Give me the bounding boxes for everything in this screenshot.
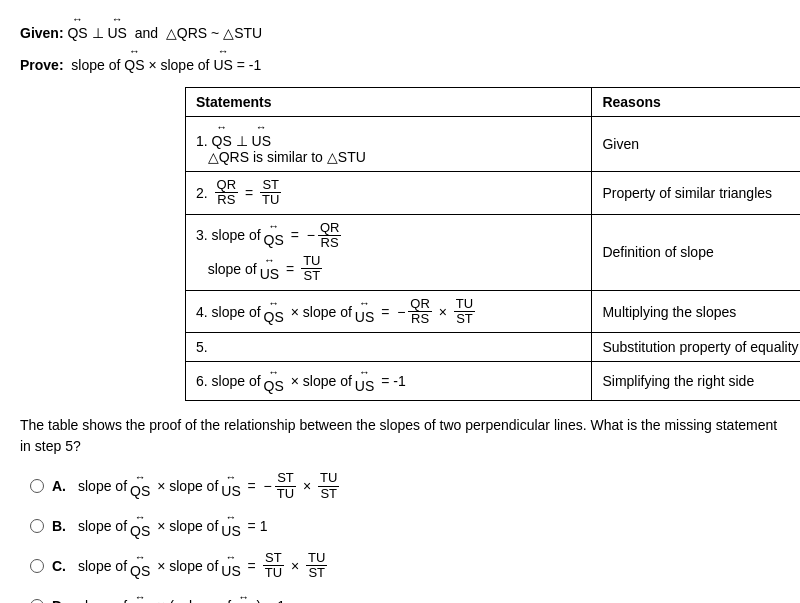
- option-d-content: slope of QS × (−slope of US) = 1: [78, 593, 285, 603]
- radio-b[interactable]: [30, 519, 44, 533]
- question-text: The table shows the proof of the relatio…: [20, 415, 780, 457]
- option-b-content: slope of QS × slope of US = 1: [78, 513, 267, 539]
- option-d-label: D.: [52, 598, 70, 603]
- stmt-5: 5.: [186, 333, 592, 362]
- option-a-row: A. slope of QS × slope of US = −STTU × T…: [30, 471, 780, 501]
- option-a-content: slope of QS × slope of US = −STTU × TUST: [78, 471, 339, 501]
- table-row: 2. QRRS = STTU Property of similar trian…: [186, 172, 801, 215]
- option-d-row: D. slope of QS × (−slope of US) = 1: [30, 593, 780, 603]
- reason-4: Multiplying the slopes: [592, 290, 800, 333]
- stmt-2: 2. QRRS = STTU: [186, 172, 592, 215]
- given-qs: QS ⊥ US: [67, 25, 130, 41]
- option-b-row: B. slope of QS × slope of US = 1: [30, 513, 780, 539]
- given-triangles: △QRS ~ △STU: [166, 25, 262, 41]
- reason-3: Definition of slope: [592, 214, 800, 290]
- reason-5: Substitution property of equality: [592, 333, 800, 362]
- table-row: 3. slope of QS = −QRRS slope of US = TUS…: [186, 214, 801, 290]
- proof-table: Statements Reasons 1. QS ⊥ US △QRS is si…: [185, 87, 800, 401]
- prove-label: Prove:: [20, 57, 64, 73]
- table-row: 6. slope of QS × slope of US = -1 Simpli…: [186, 362, 801, 401]
- radio-d[interactable]: [30, 599, 44, 603]
- table-row: 5. Substitution property of equality: [186, 333, 801, 362]
- answer-options: A. slope of QS × slope of US = −STTU × T…: [30, 471, 780, 603]
- radio-c[interactable]: [30, 559, 44, 573]
- stmt-6: 6. slope of QS × slope of US = -1: [186, 362, 592, 401]
- stmt-1: 1. QS ⊥ US △QRS is similar to △STU: [186, 117, 592, 172]
- option-c-row: C. slope of QS × slope of US = STTU × TU…: [30, 551, 780, 581]
- option-c-label: C.: [52, 558, 70, 574]
- option-b-label: B.: [52, 518, 70, 534]
- option-a-label: A.: [52, 478, 70, 494]
- stmt-3: 3. slope of QS = −QRRS slope of US = TUS…: [186, 214, 592, 290]
- radio-a[interactable]: [30, 479, 44, 493]
- reason-6: Simplifying the right side: [592, 362, 800, 401]
- given-label: Given:: [20, 25, 64, 41]
- reason-1: Given: [592, 117, 800, 172]
- reason-2: Property of similar triangles: [592, 172, 800, 215]
- header-statements: Statements: [186, 88, 592, 117]
- given-line: Given: QS ⊥ US and △QRS ~ △STU: [20, 15, 780, 41]
- prove-line: Prove: slope of QS × slope of US = -1: [20, 47, 780, 73]
- header-reasons: Reasons: [592, 88, 800, 117]
- table-row: 4. slope of QS × slope of US = −QRRS × T…: [186, 290, 801, 333]
- table-row: 1. QS ⊥ US △QRS is similar to △STU Given: [186, 117, 801, 172]
- option-c-content: slope of QS × slope of US = STTU × TUST: [78, 551, 327, 581]
- stmt-4: 4. slope of QS × slope of US = −QRRS × T…: [186, 290, 592, 333]
